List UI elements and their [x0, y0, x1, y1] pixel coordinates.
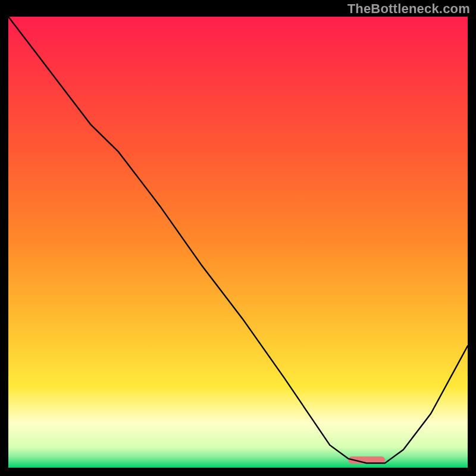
watermark: TheBottleneck.com	[347, 1, 470, 17]
plot-area	[8, 17, 468, 468]
gradient-background	[8, 17, 468, 468]
chart-container: TheBottleneck.com	[0, 0, 476, 476]
chart-svg	[8, 17, 468, 468]
